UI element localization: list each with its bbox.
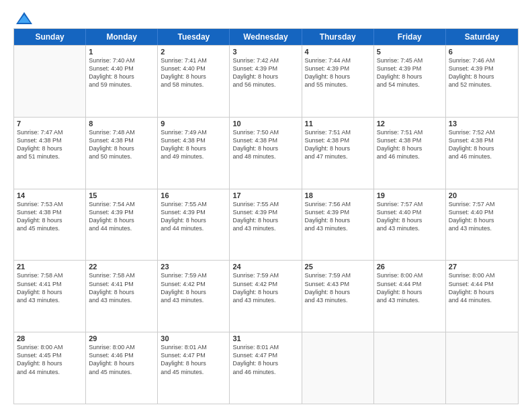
sunset-text: Sunset: 4:39 PM bbox=[305, 208, 371, 216]
daylight-text: Daylight: 8 hours bbox=[17, 359, 83, 367]
daylight-minutes-text: and 50 minutes. bbox=[89, 152, 154, 161]
sunrise-text: Sunrise: 7:51 AM bbox=[305, 128, 371, 136]
sunrise-text: Sunrise: 7:58 AM bbox=[17, 271, 83, 279]
weekday-header-sunday: Sunday bbox=[14, 29, 86, 45]
daylight-minutes-text: and 43 minutes. bbox=[17, 296, 83, 304]
daylight-text: Daylight: 8 hours bbox=[377, 216, 443, 224]
sunrise-text: Sunrise: 7:58 AM bbox=[89, 271, 154, 279]
calendar-cell bbox=[302, 332, 374, 404]
daylight-minutes-text: and 45 minutes. bbox=[161, 368, 226, 376]
logo-icon bbox=[15, 11, 34, 26]
daylight-text: Daylight: 8 hours bbox=[17, 144, 83, 152]
daylight-text: Daylight: 8 hours bbox=[17, 288, 83, 296]
sunrise-text: Sunrise: 7:52 AM bbox=[449, 128, 515, 136]
sunset-text: Sunset: 4:40 PM bbox=[89, 64, 154, 73]
calendar-cell: 8Sunrise: 7:48 AMSunset: 4:38 PMDaylight… bbox=[86, 118, 158, 189]
day-number: 7 bbox=[17, 120, 83, 128]
calendar-cell: 25Sunrise: 7:59 AMSunset: 4:43 PMDayligh… bbox=[302, 261, 374, 332]
calendar-row-5: 28Sunrise: 8:00 AMSunset: 4:45 PMDayligh… bbox=[14, 332, 518, 404]
daylight-text: Daylight: 8 hours bbox=[89, 144, 154, 152]
daylight-text: Daylight: 8 hours bbox=[232, 73, 298, 81]
calendar-cell: 23Sunrise: 7:59 AMSunset: 4:42 PMDayligh… bbox=[158, 261, 230, 332]
daylight-text: Daylight: 8 hours bbox=[377, 73, 443, 81]
day-number: 8 bbox=[89, 120, 154, 128]
daylight-minutes-text: and 47 minutes. bbox=[305, 152, 371, 161]
sunrise-text: Sunrise: 8:01 AM bbox=[232, 343, 298, 351]
calendar-cell: 9Sunrise: 7:49 AMSunset: 4:38 PMDaylight… bbox=[158, 118, 230, 189]
daylight-minutes-text: and 44 minutes. bbox=[161, 224, 226, 232]
calendar-cell: 30Sunrise: 8:01 AMSunset: 4:47 PMDayligh… bbox=[158, 332, 230, 404]
day-number: 13 bbox=[449, 120, 515, 128]
calendar-cell: 15Sunrise: 7:54 AMSunset: 4:39 PMDayligh… bbox=[86, 189, 158, 261]
daylight-text: Daylight: 8 hours bbox=[377, 288, 443, 296]
day-number: 21 bbox=[17, 263, 83, 271]
calendar-cell: 11Sunrise: 7:51 AMSunset: 4:38 PMDayligh… bbox=[302, 118, 374, 189]
daylight-text: Daylight: 8 hours bbox=[161, 216, 226, 224]
sunrise-text: Sunrise: 7:53 AM bbox=[17, 200, 83, 208]
sunset-text: Sunset: 4:38 PM bbox=[377, 136, 443, 144]
day-number: 4 bbox=[305, 48, 371, 56]
day-number: 10 bbox=[232, 120, 298, 128]
day-number: 27 bbox=[449, 263, 515, 271]
calendar-cell: 14Sunrise: 7:53 AMSunset: 4:38 PMDayligh… bbox=[14, 189, 86, 261]
daylight-text: Daylight: 8 hours bbox=[232, 359, 298, 367]
sunrise-text: Sunrise: 7:57 AM bbox=[449, 200, 515, 208]
daylight-text: Daylight: 8 hours bbox=[449, 288, 515, 296]
sunset-text: Sunset: 4:47 PM bbox=[232, 351, 298, 359]
sunrise-text: Sunrise: 7:54 AM bbox=[89, 200, 154, 208]
calendar: SundayMondayTuesdayWednesdayThursdayFrid… bbox=[13, 28, 519, 404]
sunset-text: Sunset: 4:38 PM bbox=[232, 136, 298, 144]
sunrise-text: Sunrise: 7:40 AM bbox=[89, 56, 154, 64]
sunset-text: Sunset: 4:42 PM bbox=[161, 280, 226, 288]
daylight-text: Daylight: 8 hours bbox=[232, 144, 298, 152]
daylight-minutes-text: and 45 minutes. bbox=[89, 368, 154, 376]
calendar-cell: 21Sunrise: 7:58 AMSunset: 4:41 PMDayligh… bbox=[14, 261, 86, 332]
daylight-text: Daylight: 8 hours bbox=[305, 288, 371, 296]
daylight-minutes-text: and 43 minutes. bbox=[232, 224, 298, 232]
day-number: 19 bbox=[377, 191, 443, 199]
calendar-cell bbox=[14, 46, 86, 117]
calendar-cell: 31Sunrise: 8:01 AMSunset: 4:47 PMDayligh… bbox=[230, 332, 302, 404]
daylight-minutes-text: and 56 minutes. bbox=[232, 81, 298, 89]
sunset-text: Sunset: 4:38 PM bbox=[305, 136, 371, 144]
calendar-row-3: 14Sunrise: 7:53 AMSunset: 4:38 PMDayligh… bbox=[14, 189, 518, 261]
daylight-minutes-text: and 43 minutes. bbox=[232, 296, 298, 304]
sunset-text: Sunset: 4:39 PM bbox=[232, 208, 298, 216]
daylight-minutes-text: and 43 minutes. bbox=[305, 296, 371, 304]
page: SundayMondayTuesdayWednesdayThursdayFrid… bbox=[0, 0, 532, 411]
daylight-minutes-text: and 48 minutes. bbox=[232, 152, 298, 161]
day-number: 16 bbox=[161, 191, 226, 199]
daylight-minutes-text: and 46 minutes. bbox=[232, 368, 298, 376]
sunrise-text: Sunrise: 7:41 AM bbox=[161, 56, 226, 64]
sunset-text: Sunset: 4:43 PM bbox=[305, 280, 371, 288]
sunset-text: Sunset: 4:40 PM bbox=[377, 208, 443, 216]
daylight-minutes-text: and 43 minutes. bbox=[305, 224, 371, 232]
daylight-text: Daylight: 8 hours bbox=[305, 144, 371, 152]
sunrise-text: Sunrise: 7:59 AM bbox=[232, 271, 298, 279]
day-number: 26 bbox=[377, 263, 443, 271]
sunrise-text: Sunrise: 7:57 AM bbox=[377, 200, 443, 208]
sunset-text: Sunset: 4:40 PM bbox=[449, 208, 515, 216]
day-number: 5 bbox=[377, 48, 443, 56]
daylight-text: Daylight: 8 hours bbox=[305, 216, 371, 224]
sunrise-text: Sunrise: 7:42 AM bbox=[232, 56, 298, 64]
calendar-cell: 5Sunrise: 7:45 AMSunset: 4:39 PMDaylight… bbox=[374, 46, 446, 117]
sunset-text: Sunset: 4:39 PM bbox=[449, 64, 515, 73]
daylight-text: Daylight: 8 hours bbox=[449, 216, 515, 224]
daylight-minutes-text: and 58 minutes. bbox=[161, 81, 226, 89]
day-number: 20 bbox=[449, 191, 515, 199]
daylight-minutes-text: and 49 minutes. bbox=[161, 152, 226, 161]
sunset-text: Sunset: 4:39 PM bbox=[89, 208, 154, 216]
day-number: 29 bbox=[89, 334, 154, 342]
sunrise-text: Sunrise: 7:55 AM bbox=[161, 200, 226, 208]
daylight-minutes-text: and 44 minutes. bbox=[17, 368, 83, 376]
day-number: 25 bbox=[305, 263, 371, 271]
weekday-header-monday: Monday bbox=[86, 29, 158, 45]
daylight-minutes-text: and 43 minutes. bbox=[449, 224, 515, 232]
day-number: 11 bbox=[305, 120, 371, 128]
calendar-cell: 24Sunrise: 7:59 AMSunset: 4:42 PMDayligh… bbox=[230, 261, 302, 332]
daylight-text: Daylight: 8 hours bbox=[377, 144, 443, 152]
sunrise-text: Sunrise: 7:51 AM bbox=[377, 128, 443, 136]
calendar-cell: 26Sunrise: 8:00 AMSunset: 4:44 PMDayligh… bbox=[374, 261, 446, 332]
daylight-text: Daylight: 8 hours bbox=[89, 216, 154, 224]
